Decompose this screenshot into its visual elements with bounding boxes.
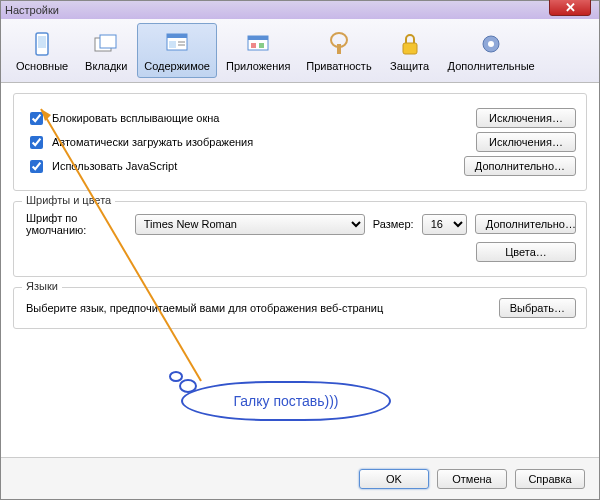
exceptions-button-1[interactable]: Исключения…	[476, 108, 576, 128]
tab-general[interactable]: Основные	[9, 23, 75, 78]
toolbar: Основные Вкладки Содержимое Приложения П…	[1, 19, 599, 83]
gear-icon	[477, 30, 505, 58]
window-title: Настройки	[5, 4, 59, 16]
tab-security[interactable]: Защита	[381, 23, 439, 78]
block-popups-checkbox[interactable]: Блокировать всплывающие окна	[26, 109, 219, 128]
exceptions-button-2[interactable]: Исключения…	[476, 132, 576, 152]
svg-rect-5	[167, 34, 187, 38]
fonts-title: Шрифты и цвета	[22, 194, 115, 206]
languages-desc: Выберите язык, предпочитаемый вами для о…	[26, 302, 383, 314]
tab-tabs[interactable]: Вкладки	[77, 23, 135, 78]
size-label: Размер:	[373, 218, 414, 230]
applications-icon	[244, 30, 272, 58]
colors-button[interactable]: Цвета…	[476, 242, 576, 262]
help-button[interactable]: Справка	[515, 469, 585, 489]
svg-rect-11	[251, 43, 256, 48]
privacy-icon	[325, 30, 353, 58]
annotation-bubble: Галку поставь)))	[181, 381, 391, 429]
fonts-advanced-button[interactable]: Дополнительно…	[475, 214, 576, 234]
tab-privacy[interactable]: Приватность	[299, 23, 378, 78]
size-select[interactable]: 16	[422, 214, 467, 235]
lock-icon	[396, 30, 424, 58]
svg-rect-10	[248, 36, 268, 40]
svg-rect-6	[169, 41, 176, 48]
general-icon	[28, 30, 56, 58]
settings-dialog: Настройки ✕ Основные Вкладки Содержимое …	[0, 0, 600, 500]
ok-button[interactable]: OK	[359, 469, 429, 489]
svg-rect-14	[337, 44, 341, 54]
popups-group: Блокировать всплывающие окна Исключения……	[13, 93, 587, 191]
tabs-icon	[92, 30, 120, 58]
use-javascript-checkbox[interactable]: Использовать JavaScript	[26, 157, 177, 176]
tab-applications[interactable]: Приложения	[219, 23, 297, 78]
font-select[interactable]: Times New Roman	[135, 214, 365, 235]
close-button[interactable]: ✕	[549, 0, 591, 16]
tab-advanced[interactable]: Дополнительные	[441, 23, 542, 78]
svg-rect-3	[100, 35, 116, 48]
languages-group: Языки Выберите язык, предпочитаемый вами…	[13, 287, 587, 329]
content-icon	[163, 30, 191, 58]
svg-rect-12	[259, 43, 264, 48]
advanced-js-button[interactable]: Дополнительно…	[464, 156, 576, 176]
fonts-group: Шрифты и цвета Шрифт по умолчанию: Times…	[13, 201, 587, 277]
choose-language-button[interactable]: Выбрать…	[499, 298, 576, 318]
svg-rect-1	[38, 36, 46, 48]
languages-title: Языки	[22, 280, 62, 292]
cancel-button[interactable]: Отмена	[437, 469, 507, 489]
default-font-label: Шрифт по умолчанию:	[26, 212, 127, 236]
svg-rect-15	[403, 43, 417, 54]
svg-point-17	[488, 41, 494, 47]
tab-content[interactable]: Содержимое	[137, 23, 217, 78]
titlebar: Настройки ✕	[1, 1, 599, 19]
autoload-images-checkbox[interactable]: Автоматически загружать изображения	[26, 133, 253, 152]
dialog-footer: OK Отмена Справка	[1, 457, 599, 499]
